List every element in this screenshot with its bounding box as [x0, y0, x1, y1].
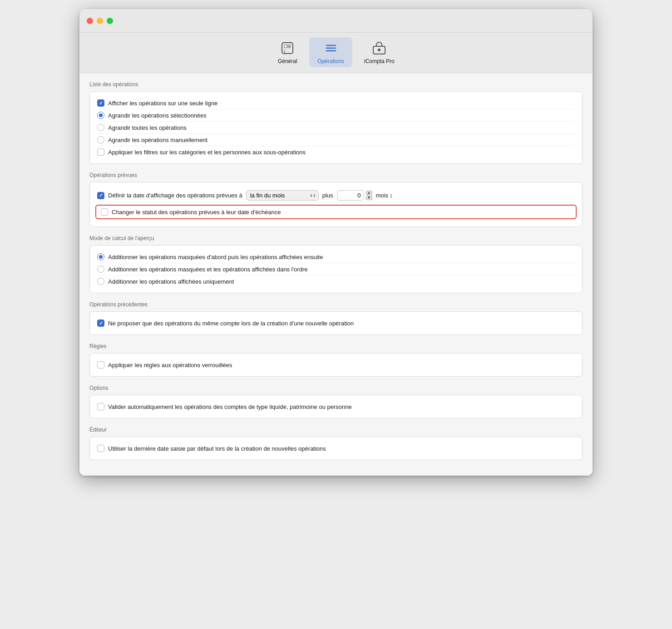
window-controls [87, 18, 113, 24]
label-apply-filters: Appliquer les filtres sur les catégories… [108, 149, 306, 156]
row-single-line: Afficher les opérations sur une seule li… [97, 97, 575, 109]
radio-add-masked-first[interactable] [97, 253, 104, 260]
operations-label: Opérations [317, 58, 344, 64]
stepper-arrows-define-date: ▲▼ [366, 191, 372, 200]
minimize-button[interactable] [97, 18, 103, 24]
row-add-masked-order: Additionner les opérations masquées et l… [97, 263, 575, 275]
label-expand-manual: Agrandir les opérations manuellement [108, 137, 208, 143]
section-label-regles: Règles [89, 343, 583, 349]
icompta-pro-label: iCompta Pro [364, 58, 395, 64]
row-add-displayed-only: Additionner les opérations affichées uni… [97, 275, 575, 287]
section-label-liste-operations: Liste des opérations [89, 81, 583, 88]
section-label-operations-precedentes: Opérations précédentes [89, 301, 583, 308]
operations-icon [323, 40, 339, 56]
radio-add-displayed-only[interactable] [97, 278, 104, 285]
row-expand-all: Agrandir toutes les opérations [97, 121, 575, 133]
section-box-options: Valider automatiquement les opérations d… [89, 395, 583, 418]
section-box-operations-precedentes: Ne proposer que des opérations du même c… [89, 311, 583, 335]
checkbox-single-line[interactable] [97, 99, 104, 107]
svg-point-8 [378, 49, 380, 51]
row-apply-locked: Appliquer les règles aux opérations verr… [97, 359, 575, 371]
checkbox-last-date[interactable] [97, 445, 104, 452]
section-box-regles: Appliquer les règles aux opérations verr… [89, 353, 583, 377]
row-define-date: Définir la date d'affichage des opératio… [97, 188, 575, 203]
row-last-date: Utiliser la dernière date saisie par déf… [97, 442, 575, 454]
radio-expand-manual[interactable] [97, 136, 104, 143]
radio-expand-all[interactable] [97, 124, 104, 131]
dropdown-wrapper-define-date: la fin du moisle début du moisaujourd'hu… [246, 190, 319, 201]
maximize-button[interactable] [107, 18, 113, 24]
stepper-define-date: ▲▼ [337, 190, 372, 201]
dropdown-define-date[interactable]: la fin du moisle début du moisaujourd'hu… [246, 190, 319, 201]
label-expand-selected: Agrandir les opérations sélectionnées [108, 112, 207, 119]
titlebar [79, 9, 593, 33]
label-expand-all: Agrandir toutes les opérations [108, 124, 187, 131]
close-button[interactable] [87, 18, 93, 24]
checkbox-same-account[interactable] [97, 319, 104, 327]
unit-label-define-date: mois ↕ [376, 192, 393, 199]
label-define-date-before: Définir la date d'affichage des opératio… [108, 192, 242, 199]
increment-button-define-date[interactable]: ▲ [366, 191, 372, 195]
label-change-status: Changer le statut des opérations prévues… [112, 209, 281, 216]
label-add-displayed-only: Additionner les opérations affichées uni… [108, 278, 234, 285]
section-label-operations-prevues: Opérations prévues [89, 172, 583, 178]
section-label-editeur: Éditeur [89, 427, 583, 433]
toolbar-item-icompta-pro[interactable]: iCompta Pro [356, 37, 403, 67]
number-input-define-date[interactable] [337, 190, 364, 201]
toolbar-item-general[interactable]: Général [269, 37, 306, 67]
toolbar: GénéralOpérationsiCompta Pro [79, 33, 593, 73]
label-add-masked-order: Additionner les opérations masquées et l… [108, 266, 307, 273]
checkbox-apply-filters[interactable] [97, 148, 104, 156]
label-last-date: Utiliser la dernière date saisie par déf… [108, 445, 326, 452]
svg-rect-3 [284, 50, 285, 53]
radio-add-masked-order[interactable] [97, 265, 104, 273]
checkbox-change-status[interactable] [101, 208, 108, 216]
label-add-masked-first: Additionner les opérations masquées d'ab… [108, 254, 323, 260]
row-apply-filters: Appliquer les filtres sur les catégories… [97, 146, 575, 158]
section-box-mode-calcul: Additionner les opérations masquées d'ab… [89, 245, 583, 293]
section-box-operations-prevues: Définir la date d'affichage des opératio… [89, 182, 583, 227]
icompta-pro-icon [371, 40, 387, 56]
label-same-account: Ne proposer que des opérations du même c… [108, 320, 354, 327]
row-add-masked-first: Additionner les opérations masquées d'ab… [97, 251, 575, 263]
label-auto-validate: Valider automatiquement les opérations d… [108, 403, 352, 410]
row-expand-manual: Agrandir les opérations manuellement [97, 133, 575, 146]
section-label-options: Options [89, 385, 583, 391]
general-icon [279, 40, 296, 56]
row-expand-selected: Agrandir les opérations sélectionnées [97, 109, 575, 121]
section-box-editeur: Utiliser la dernière date saisie par déf… [89, 437, 583, 460]
preferences-content: Liste des opérationsAfficher les opérati… [79, 73, 593, 476]
radio-expand-selected[interactable] [97, 112, 104, 119]
preferences-window: GénéralOpérationsiCompta Pro Liste des o… [79, 9, 593, 476]
checkbox-apply-locked[interactable] [97, 361, 104, 369]
section-box-liste-operations: Afficher les opérations sur une seule li… [89, 91, 583, 164]
row-same-account: Ne proposer que des opérations du même c… [97, 317, 575, 329]
toolbar-item-operations[interactable]: Opérations [309, 37, 352, 67]
label-single-line: Afficher les opérations sur une seule li… [108, 100, 217, 107]
row-change-status: Changer le statut des opérations prévues… [95, 205, 577, 219]
checkbox-auto-validate[interactable] [97, 403, 104, 410]
label-apply-locked: Appliquer les règles aux opérations verr… [108, 362, 232, 369]
row-auto-validate: Valider automatiquement les opérations d… [97, 401, 575, 413]
general-label: Général [278, 58, 297, 64]
decrement-button-define-date[interactable]: ▼ [366, 196, 372, 200]
checkbox-define-date[interactable] [97, 192, 104, 199]
svg-rect-2 [285, 45, 287, 47]
plus-label-define-date: plus [322, 192, 333, 199]
section-label-mode-calcul: Mode de calcul de l'aperçu [89, 235, 583, 241]
